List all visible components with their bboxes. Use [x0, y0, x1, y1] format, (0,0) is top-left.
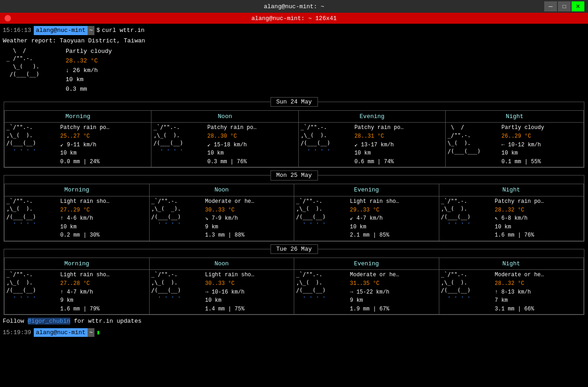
cell-wind: ↙ 15-18 km/h [207, 141, 256, 150]
cell-temp: 28..32 °C [495, 279, 544, 288]
current-vis: 10 km [66, 75, 112, 85]
cell-rain: 0.3 mm | 76% [207, 158, 256, 166]
cell-ascii-1-1: _`/"".-. ,\_( _). /(___(__) ' ' ' ' [151, 197, 202, 240]
forecast-day-2: Tue 26 MayMorningNoonEveningNight_`/"".-… [4, 249, 584, 315]
prompt-cursor: ▮ [96, 328, 100, 337]
prompt-time-1: 15:16:13 [3, 26, 31, 35]
current-rain: 0.3 mm [66, 85, 112, 94]
follow-suffix: for wttr.in updates [70, 318, 141, 325]
cell-wind: ↖ 6-8 km/h [495, 214, 544, 223]
cell-vis: 10 km [207, 149, 256, 158]
cell-desc: Moderate or he… [205, 197, 255, 206]
cell-desc: Light rain sho… [60, 271, 109, 279]
cell-desc: Moderate or he… [495, 271, 544, 279]
cell-rain: 0.2 mm | 30% [60, 231, 109, 240]
cell-desc: Patchy rain po… [354, 124, 404, 132]
follow-line: Follow @igor_chubin for wttr.in updates [3, 317, 585, 326]
col-header-0-2: Evening [298, 110, 445, 123]
prompt-line-2: 15:19:39 alang@nuc-mint ~ ▮ [3, 328, 585, 338]
cell-desc: Patchy rain po… [495, 197, 544, 206]
cell-vis: 10 km [501, 149, 544, 158]
cell-vis: 10 km [350, 223, 399, 232]
current-wind: ↓ 26 km/h [66, 66, 112, 76]
cell-wind: → 15-22 km/h [350, 288, 399, 297]
col-header-2-2: Evening [294, 258, 439, 270]
col-header-1-0: Morning [5, 184, 150, 196]
cell-temp: 30..33 °C [205, 206, 255, 215]
forecast-table-1: MorningNoonEveningNight_`/"".-. ,\_( ). … [4, 184, 584, 241]
maximize-button[interactable]: □ [558, 1, 571, 11]
cell-wind: → 10-16 km/h [205, 288, 255, 297]
cell-temp: 28..31 °C [354, 132, 404, 141]
cell-ascii-1-2: _`/"".-. ,\_( ). /(___(__) ' ' ' ' [296, 197, 346, 240]
cell-wind: ↑ 8-13 km/h [495, 288, 544, 297]
cell-rain: 2.1 mm | 85% [350, 231, 399, 240]
window-outer: alang@nuc-mint: ~ ─ □ ✕ alang@nuc-mint: … [0, 0, 588, 339]
cell-vis: 9 km [60, 296, 109, 305]
col-header-0-3: Night [446, 110, 584, 123]
cell-rain: 1.3 mm | 88% [205, 231, 255, 240]
window-controls: ─ □ ✕ [544, 1, 584, 11]
prompt-dollar-1: $ [96, 26, 100, 35]
cell-temp: 27..28 °C [60, 279, 109, 288]
cell-info-0-2: Patchy rain po…28..31 °C↙ 13-17 km/h10 k… [354, 124, 404, 166]
cell-wind: ↑ 4-7 km/h [60, 288, 109, 297]
col-header-1-1: Noon [149, 184, 294, 196]
cell-info-0-1: Patchy rain po…28..30 °C↙ 15-18 km/h10 k… [207, 124, 256, 166]
terminal-body: 15:16:13 alang@nuc-mint ~ $ curl wttr.in… [0, 24, 588, 339]
cell-wind: ↙ 13-17 km/h [354, 141, 404, 150]
cell-info-1-0: Light rain sho…27..29 °C↑ 4-6 km/h10 km0… [60, 197, 109, 240]
cell-vis: 10 km [354, 149, 404, 158]
cell-vis: 7 km [495, 296, 544, 305]
cell-ascii-0-3: \ / _/"".-. \_( ). /(___(___) [448, 124, 498, 166]
cell-vis: 10 km [60, 149, 109, 158]
cell-desc: Light rain sho… [350, 197, 399, 206]
cell-temp: 25..27 °C [60, 132, 109, 141]
cell-desc: Light rain sho… [205, 271, 255, 279]
cell-ascii-1-0: _`/"".-. ,\_( ). /(___(__) ' ' ' ' [6, 197, 57, 240]
col-cell-1-2: _`/"".-. ,\_( ). /(___(__) ' ' ' 'Light … [294, 196, 439, 241]
col-header-2-3: Night [439, 258, 584, 270]
forecast-table-0: MorningNoonEveningNight_`/"".-. ,\_( ). … [4, 110, 584, 167]
cell-vis: 10 km [60, 223, 109, 232]
cell-vis: 10 km [495, 223, 544, 232]
cell-desc: Moderate or he… [350, 271, 399, 279]
cell-info-2-3: Moderate or he…28..32 °C↑ 8-13 km/h7 km3… [495, 271, 544, 313]
col-header-1-3: Night [439, 184, 584, 196]
cell-ascii-1-3: _`/"".-. ,\_( ). /(___(__) ' ' ' ' [441, 197, 491, 240]
cell-info-0-0: Patchy rain po…25..27 °C↙ 9-11 km/h10 km… [60, 124, 109, 166]
col-cell-1-0: _`/"".-. ,\_( ). /(___(__) ' ' ' 'Light … [5, 196, 150, 241]
day-label-0: Sun 24 May [270, 97, 317, 107]
forecast-table-2: MorningNoonEveningNight_`/"".-. ,\_( ). … [4, 258, 584, 315]
cell-rain: 3.1 mm | 66% [495, 305, 544, 314]
cell-temp: 28..32 °C [495, 206, 544, 215]
cell-wind: ↑ 4-6 km/h [60, 214, 109, 223]
cell-vis: 9 km [350, 296, 399, 305]
col-header-2-0: Morning [5, 258, 150, 270]
forecast-day-1: Mon 25 MayMorningNoonEveningNight_`/"".-… [4, 175, 584, 241]
cell-desc: Patchy rain po… [60, 124, 109, 132]
cell-info-1-3: Patchy rain po…28..32 °C↖ 6-8 km/h10 km1… [495, 197, 544, 240]
cell-info-1-2: Light rain sho…29..33 °C↙ 4-7 km/h10 km2… [350, 197, 399, 240]
cell-vis: 9 km [205, 223, 255, 232]
cell-temp: 26..29 °C [501, 132, 544, 141]
cell-info-0-3: Partly cloudy26..29 °C← 10-12 km/h10 km0… [501, 124, 544, 166]
cell-ascii-2-1: _`/"".-. ,\_( ). /(___(__) ' ' ' ' [151, 271, 202, 313]
cell-temp: 29..33 °C [350, 206, 399, 215]
cell-temp: 30..33 °C [205, 279, 255, 288]
prompt-line-1: 15:16:13 alang@nuc-mint ~ $ curl wttr.in [3, 26, 585, 36]
prompt-command-1: curl wttr.in [102, 26, 145, 35]
current-info: Partly cloudy 28..32 °C ↓ 26 km/h 10 km … [66, 47, 112, 94]
cell-rain: 0.6 mm | 74% [354, 158, 404, 166]
follow-link[interactable]: @igor_chubin [28, 318, 71, 325]
cell-desc: Patchy rain po… [207, 124, 256, 132]
prompt-tilde-1: ~ [88, 26, 95, 35]
col-header-2-1: Noon [149, 258, 294, 270]
cell-ascii-0-2: _`/"".-. ,\_( ). /(___(__) ' ' ' ' [301, 124, 351, 166]
forecast-container: Sun 24 MayMorningNoonEveningNight_`/"".-… [3, 102, 585, 315]
col-cell-2-3: _`/"".-. ,\_( ). /(___(__) ' ' ' 'Modera… [439, 270, 584, 315]
cell-rain: 0.1 mm | 55% [501, 158, 544, 166]
cell-desc: Partly cloudy [501, 124, 544, 132]
close-button[interactable]: ✕ [572, 1, 584, 11]
minimize-button[interactable]: ─ [544, 1, 557, 11]
